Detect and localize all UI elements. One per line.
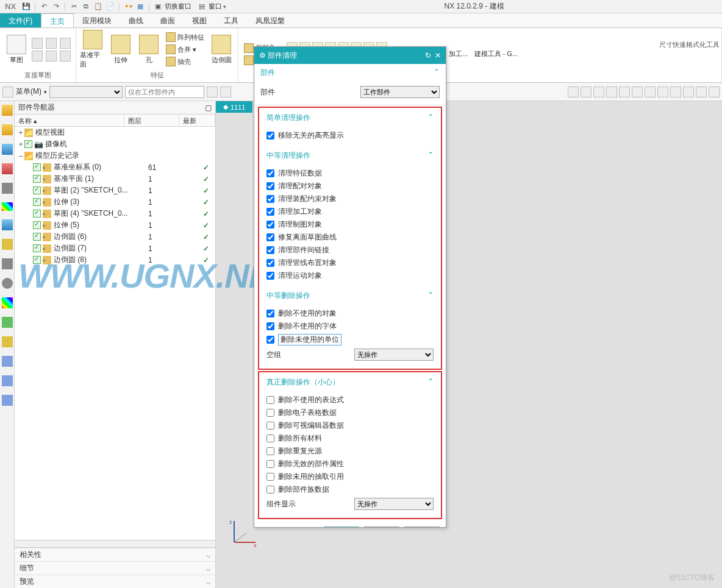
rail-icon[interactable]: [2, 375, 13, 386]
cleanup-checkbox[interactable]: 清理部件间链接: [266, 244, 434, 257]
col-name[interactable]: 名称 ▴: [15, 115, 124, 126]
chamfer-button[interactable]: 边倒圆: [209, 35, 234, 65]
tree-row[interactable]: ▫拉伸 (3)1✓: [15, 196, 215, 208]
tree-row[interactable]: +📷摄像机: [15, 138, 215, 150]
col-layer[interactable]: 图层: [124, 115, 179, 126]
sketch-button[interactable]: 草图: [4, 35, 29, 65]
tree-row[interactable]: ▫边倒圆 (6)1✓: [15, 231, 215, 243]
window-menu-label[interactable]: 窗口: [209, 2, 222, 11]
menubar-icon[interactable]: [696, 87, 707, 97]
window-icon[interactable]: ▤: [196, 1, 207, 12]
menubar-icon[interactable]: [709, 87, 720, 97]
menubar-icon[interactable]: [581, 87, 592, 97]
tab-view[interactable]: 视图: [184, 13, 215, 27]
ok-button[interactable]: 确定: [324, 526, 359, 527]
dialog-close-icon[interactable]: ✕: [435, 51, 441, 60]
cleanup-checkbox[interactable]: 清理配对对象: [266, 180, 434, 193]
rail-icon[interactable]: [2, 239, 13, 250]
tree-row[interactable]: ▫草图 (4) "SKETCH_0...1✓: [15, 208, 215, 219]
section-part[interactable]: 部件⌃: [254, 64, 446, 82]
sketch-tool-icon[interactable]: [46, 38, 57, 49]
cleanup-checkbox[interactable]: 删除不使用的字体: [266, 320, 434, 333]
section-medium-clean[interactable]: 中等清理操作⌃: [260, 147, 440, 165]
rail-icon[interactable]: [2, 163, 13, 174]
tab-surface[interactable]: 曲面: [152, 13, 184, 27]
rail-icon[interactable]: [2, 317, 13, 328]
sketch-tool-icon[interactable]: [60, 51, 71, 62]
cleanup-checkbox[interactable]: 清理特征数据: [266, 167, 434, 180]
menubar-icon[interactable]: [568, 87, 579, 97]
sketch-tool-icon[interactable]: [32, 51, 43, 62]
tab-tools[interactable]: 工具: [215, 13, 247, 27]
touch-icon[interactable]: ✦▾: [123, 1, 134, 12]
switch-window-icon[interactable]: ▣: [152, 1, 163, 12]
cleanup-checkbox[interactable]: 移除无关的高亮显示: [266, 129, 434, 142]
nav-section-related[interactable]: 相关性⌵: [15, 548, 215, 561]
menubar-icon[interactable]: [657, 87, 668, 97]
tab-file[interactable]: 文件(F): [0, 13, 41, 27]
tab-phoenix[interactable]: 凤凰涅槃: [247, 13, 293, 27]
rail-icon[interactable]: [2, 278, 13, 289]
datum-button[interactable]: 基准平面: [80, 30, 105, 69]
pattern-button[interactable]: 阵列特征: [164, 32, 206, 43]
menubar-icon[interactable]: [683, 87, 694, 97]
empty-group-select[interactable]: 无操作: [354, 349, 434, 361]
cleanup-checkbox[interactable]: 清理运动对象: [266, 269, 434, 282]
apply-button[interactable]: 应用: [364, 526, 399, 527]
cleanup-checkbox[interactable]: 删除所有材料: [266, 432, 434, 445]
sketch-tool-icon[interactable]: [46, 51, 57, 62]
dialog-title-bar[interactable]: ⚙ 部件清理 ↻ ✕: [254, 47, 446, 64]
tree-row[interactable]: ▫基准坐标系 (0)61✓: [15, 161, 215, 173]
model-tools-link[interactable]: 建模工具 - G...: [474, 49, 518, 58]
hole-button[interactable]: 孔: [136, 35, 162, 65]
extrude-button[interactable]: 拉伸: [108, 35, 134, 65]
cleanup-checkbox[interactable]: 删除不使用的表达式: [266, 394, 434, 406]
cleanup-checkbox[interactable]: 清理装配约束对象: [266, 193, 434, 205]
paste-icon[interactable]: 📋: [93, 1, 104, 12]
shell-button[interactable]: 抽壳: [164, 56, 206, 67]
cleanup-checkbox[interactable]: 删除不使用的对象: [266, 307, 434, 320]
redo-icon[interactable]: ↷: [51, 1, 62, 12]
part-select[interactable]: 工作部件: [360, 86, 440, 98]
tree-row[interactable]: ▫拉伸 (5)1✓: [15, 219, 215, 231]
menubar-icon[interactable]: [606, 87, 617, 97]
tree-row[interactable]: –📂模型历史记录: [15, 150, 215, 161]
cleanup-checkbox[interactable]: 删除电子表格数据: [266, 406, 434, 419]
cleanup-checkbox[interactable]: 修复离面草图曲线: [266, 231, 434, 244]
filter-select-1[interactable]: [49, 86, 123, 98]
cleanup-checkbox[interactable]: 删除重复光源: [266, 445, 434, 458]
menubar-icon[interactable]: [645, 87, 656, 97]
copy-icon[interactable]: ⧉: [80, 1, 91, 12]
tab-home[interactable]: 主页: [41, 13, 74, 27]
menubar-icon[interactable]: [593, 87, 604, 97]
section-medium-delete[interactable]: 中等删除操作⌃: [260, 287, 440, 305]
component-display-select[interactable]: 无操作: [354, 498, 434, 510]
nav-scrollbar[interactable]: [15, 540, 215, 547]
cut-icon[interactable]: ✂: [68, 1, 79, 12]
rail-icon[interactable]: [2, 219, 13, 230]
tree-row[interactable]: ▫边倒圆 (8)1✓: [15, 254, 215, 266]
menubar-icon[interactable]: [2, 87, 13, 97]
col-latest[interactable]: 最新: [179, 115, 215, 126]
section-danger[interactable]: 真正删除操作（小心）⌃: [260, 374, 440, 391]
menubar-icon[interactable]: [670, 87, 681, 97]
cleanup-checkbox[interactable]: 清理管线布置对象: [266, 257, 434, 269]
paste2-icon[interactable]: 📄: [105, 1, 116, 12]
section-simple[interactable]: 简单清理操作⌃: [260, 109, 440, 127]
menubar-icon[interactable]: [207, 87, 218, 97]
cancel-button[interactable]: 取消: [404, 526, 440, 527]
cleanup-checkbox[interactable]: 清理制图对象: [266, 218, 434, 231]
menu-button[interactable]: 菜单(M): [16, 87, 41, 97]
rail-icon[interactable]: [2, 336, 13, 347]
rail-icon[interactable]: [2, 258, 13, 269]
cleanup-checkbox[interactable]: 删除可视编辑器数据: [266, 419, 434, 432]
cleanup-checkbox[interactable]: 清理加工对象: [266, 205, 434, 218]
cleanup-checkbox[interactable]: 删除未用的抽取引用: [266, 470, 434, 483]
sketch-tool-icon[interactable]: [32, 38, 43, 49]
undo-icon[interactable]: ↶: [38, 1, 49, 12]
document-tab[interactable]: ◆ 1111: [216, 101, 252, 113]
rail-icon[interactable]: [2, 395, 13, 406]
cleanup-checkbox[interactable]: 删除未使用的单位: [266, 333, 434, 347]
tree-row[interactable]: +📁模型视图: [15, 127, 215, 138]
rail-icon[interactable]: [2, 297, 13, 308]
